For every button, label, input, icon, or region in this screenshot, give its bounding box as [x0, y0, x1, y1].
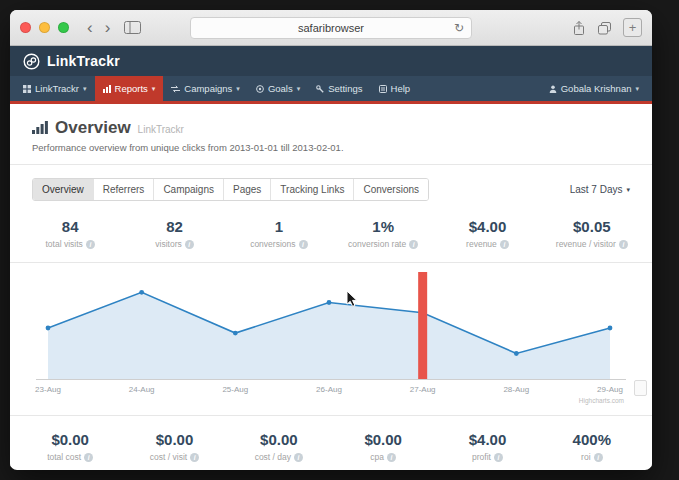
stat-label: cpa: [370, 452, 384, 462]
stat-total-cost: $0.00 total costi: [18, 431, 122, 462]
titlebar-right-controls: +: [572, 18, 642, 37]
tabs-overview-icon[interactable]: [597, 21, 612, 35]
tab-overview[interactable]: Overview: [33, 179, 93, 200]
window-controls: [20, 22, 69, 33]
nav-item-label: Goals: [268, 83, 293, 94]
info-icon[interactable]: i: [500, 240, 509, 249]
info-icon[interactable]: i: [185, 240, 194, 249]
overview-bars-icon: [32, 121, 48, 134]
stat-label: cost / day: [255, 452, 291, 462]
stat-value: 82: [122, 218, 226, 235]
stat-total-visits: 84 total visitsi: [18, 218, 122, 249]
info-icon[interactable]: i: [409, 240, 418, 249]
user-icon: [549, 85, 557, 93]
stat-label: roi: [581, 452, 590, 462]
target-icon: [256, 85, 264, 93]
address-bar[interactable]: safaribrowser ↻: [190, 17, 472, 39]
back-button[interactable]: ‹: [81, 19, 99, 36]
visits-chart: 23-Aug24-Aug25-Aug26-Aug27-Aug28-Aug29-A…: [10, 263, 652, 415]
info-icon[interactable]: i: [494, 453, 503, 462]
nav-item-linktrackr[interactable]: LinkTrackr ▾: [15, 76, 95, 101]
share-icon[interactable]: [572, 20, 586, 36]
stat-label: conversion rate: [348, 239, 406, 249]
info-icon[interactable]: i: [619, 240, 628, 249]
stats-row-bottom: $0.00 total costi $0.00 cost / visiti $0…: [10, 416, 652, 470]
stats-row-top: 84 total visitsi 82 visitorsi 1 conversi…: [10, 203, 652, 262]
nav-item-campaigns[interactable]: Campaigns ▾: [163, 76, 248, 101]
scrollbar-thumb[interactable]: [634, 380, 647, 396]
stat-value: $0.05: [540, 218, 644, 235]
tab-pages[interactable]: Pages: [223, 179, 270, 200]
nav-item-label: LinkTrackr: [35, 83, 79, 94]
close-window-button[interactable]: [20, 22, 31, 33]
info-icon[interactable]: i: [190, 453, 199, 462]
stat-cost-per-day: $0.00 cost / dayi: [227, 431, 331, 462]
x-axis-label: 23-Aug: [35, 385, 61, 394]
x-axis-label: 28-Aug: [503, 385, 529, 394]
wrench-icon: [316, 85, 324, 93]
book-icon: [379, 85, 387, 93]
app-title: LinkTrackr: [47, 53, 120, 69]
stat-conversions: 1 conversionsi: [227, 218, 331, 249]
minimize-window-button[interactable]: [39, 22, 50, 33]
stat-value: $0.00: [122, 431, 226, 448]
info-icon[interactable]: i: [299, 240, 308, 249]
chart-credit: Highcharts.com: [579, 397, 624, 405]
nav-item-label: Reports: [115, 83, 148, 94]
info-icon[interactable]: i: [294, 453, 303, 462]
stat-value: $0.00: [18, 431, 122, 448]
nav-spacer: [418, 76, 541, 101]
tab-tracking-links[interactable]: Tracking Links: [270, 179, 353, 200]
report-tab-group: Overview Referrers Campaigns Pages Track…: [32, 178, 429, 201]
tab-campaigns[interactable]: Campaigns: [153, 179, 223, 200]
stat-value: 1%: [331, 218, 435, 235]
visits-point-23-Aug: [46, 326, 51, 331]
visits-point-25-Aug: [233, 331, 238, 336]
sidebar-icon[interactable]: [124, 21, 141, 34]
stat-value: 84: [18, 218, 122, 235]
x-axis-label: 27-Aug: [410, 385, 436, 394]
date-range-label: Last 7 Days: [570, 184, 623, 195]
user-menu[interactable]: Gobala Krishnan ▾: [541, 76, 647, 101]
info-icon[interactable]: i: [594, 453, 603, 462]
new-tab-button[interactable]: +: [623, 18, 642, 37]
forward-button[interactable]: ›: [99, 19, 117, 36]
tab-referrers[interactable]: Referrers: [93, 179, 154, 200]
stat-value: 1: [227, 218, 331, 235]
stat-revenue: $4.00 revenuei: [435, 218, 539, 249]
visits-chart-svg: 23-Aug24-Aug25-Aug26-Aug27-Aug28-Aug29-A…: [30, 267, 632, 415]
page-content: Overview LinkTrackr Performance overview…: [10, 104, 652, 467]
stat-value: $4.00: [435, 218, 539, 235]
stat-label: total cost: [47, 452, 81, 462]
info-icon[interactable]: i: [387, 453, 396, 462]
zoom-window-button[interactable]: [58, 22, 69, 33]
screenshot-stage: ‹ › safaribrowser ↻: [0, 0, 679, 480]
refresh-icon[interactable]: ↻: [454, 22, 464, 34]
highlight-band: [418, 272, 427, 379]
tab-conversions[interactable]: Conversions: [353, 179, 428, 200]
x-axis-label: 29-Aug: [597, 385, 623, 394]
app-nav-bar: LinkTrackr ▾ Reports ▾ Campaigns ▾: [10, 76, 652, 104]
info-icon[interactable]: i: [84, 453, 93, 462]
stat-roi: 400% roii: [540, 431, 644, 462]
stat-label: revenue / visitor: [556, 239, 616, 249]
caret-down-icon: ▾: [297, 85, 301, 93]
nav-item-reports[interactable]: Reports ▾: [95, 76, 164, 101]
linktrackr-logo-icon: [23, 53, 40, 70]
nav-item-help[interactable]: Help: [371, 76, 419, 101]
nav-item-goals[interactable]: Goals ▾: [248, 76, 308, 101]
report-tabs-row: Overview Referrers Campaigns Pages Track…: [10, 165, 652, 203]
browser-titlebar: ‹ › safaribrowser ↻: [10, 10, 652, 46]
stat-conversion-rate: 1% conversion ratei: [331, 218, 435, 249]
stat-visitors: 82 visitorsi: [122, 218, 226, 249]
info-icon[interactable]: i: [86, 240, 95, 249]
x-axis-label: 26-Aug: [316, 385, 342, 394]
nav-item-label: Settings: [328, 83, 362, 94]
exchange-icon: [171, 85, 180, 93]
stat-revenue-per-visitor: $0.05 revenue / visitori: [540, 218, 644, 249]
date-range-dropdown[interactable]: Last 7 Days ▾: [570, 184, 630, 195]
nav-item-settings[interactable]: Settings: [308, 76, 370, 101]
page-header: Overview LinkTrackr Performance overview…: [10, 104, 652, 164]
stat-profit: $4.00 profiti: [435, 431, 539, 462]
page-title: Overview: [55, 118, 131, 138]
